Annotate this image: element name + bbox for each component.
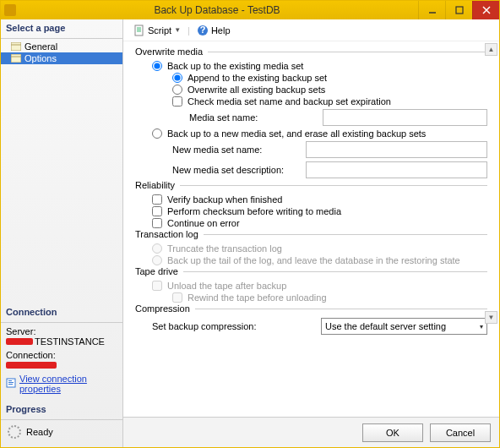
- overwrite-all-label: Overwrite all existing backup sets: [188, 85, 325, 95]
- dropdown-icon: ▾: [480, 323, 483, 331]
- close-button[interactable]: [472, 1, 499, 19]
- right-panel: Script ▼ | ? Help Overwrite media Back u…: [123, 19, 499, 447]
- view-connection-properties-link[interactable]: View connection properties: [19, 374, 117, 394]
- page-options-label: Options: [24, 53, 57, 63]
- server-label: Server:: [6, 326, 117, 336]
- progress-header: Progress: [1, 401, 122, 418]
- compression-legend: Compression: [135, 303, 190, 314]
- verify-checkbox[interactable]: [152, 194, 162, 205]
- verify-label: Verify backup when finished: [167, 194, 282, 205]
- select-page-header: Select a page: [1, 19, 122, 36]
- connection-header: Connection: [1, 303, 122, 320]
- left-panel: Select a page General Options Connection…: [1, 19, 123, 447]
- checksum-checkbox[interactable]: [152, 206, 162, 216]
- existing-media-radio[interactable]: [152, 61, 162, 71]
- overwrite-all-radio[interactable]: [172, 85, 182, 95]
- server-redaction: [6, 338, 33, 345]
- help-icon: ?: [197, 25, 209, 36]
- tlog-legend: Transaction log: [135, 229, 198, 239]
- progress-spinner-icon: [8, 425, 21, 439]
- new-media-label: Back up to a new media set, and erase al…: [167, 128, 426, 139]
- page-icon: [11, 42, 21, 51]
- maximize-button[interactable]: [445, 1, 472, 19]
- server-value: TESTINSTANCE: [35, 336, 105, 347]
- media-set-name-label: Media set name:: [189, 112, 316, 123]
- dialog-footer: OK Cancel: [123, 417, 499, 447]
- compression-label: Set backup compression:: [152, 321, 304, 331]
- truncate-radio: [152, 243, 162, 254]
- app-icon: [4, 4, 16, 16]
- tail-radio: [152, 255, 162, 265]
- script-icon: [133, 25, 145, 36]
- new-media-desc-input[interactable]: [306, 161, 487, 178]
- truncate-label: Truncate the transaction log: [167, 243, 282, 254]
- svg-text:?: ?: [200, 25, 206, 35]
- svg-rect-1: [456, 7, 463, 14]
- svg-rect-10: [8, 382, 14, 383]
- dialog-window: Back Up Database - TestDB Select a page …: [0, 0, 500, 448]
- cancel-button[interactable]: Cancel: [430, 423, 491, 442]
- script-dropdown-icon[interactable]: ▼: [174, 26, 181, 34]
- svg-rect-4: [11, 42, 21, 51]
- check-media-label: Check media set name and backup set expi…: [188, 96, 391, 107]
- ok-button[interactable]: OK: [362, 423, 423, 442]
- page-general-label: General: [24, 41, 57, 52]
- new-media-name-label: New media set name:: [172, 145, 299, 155]
- existing-media-label: Back up to the existing media set: [167, 61, 303, 71]
- continue-checkbox[interactable]: [152, 218, 162, 228]
- toolbar: Script ▼ | ? Help: [123, 19, 499, 41]
- append-label: Append to the existing backup set: [188, 73, 327, 83]
- svg-rect-9: [8, 380, 12, 381]
- append-radio[interactable]: [172, 73, 182, 83]
- connection-redaction: [6, 362, 57, 369]
- minimize-button[interactable]: [418, 1, 445, 19]
- unload-label: Unload the tape after backup: [167, 281, 286, 291]
- page-options[interactable]: Options: [1, 52, 122, 64]
- scroll-down-button[interactable]: ▼: [485, 311, 497, 324]
- page-general[interactable]: General: [1, 41, 122, 52]
- continue-label: Continue on error: [167, 218, 240, 228]
- media-set-name-input[interactable]: [323, 109, 487, 126]
- new-media-name-input[interactable]: [306, 141, 487, 158]
- checksum-label: Perform checksum before writing to media: [167, 206, 341, 216]
- reliability-legend: Reliability: [135, 180, 175, 190]
- new-media-desc-label: New media set description:: [172, 165, 299, 175]
- script-button[interactable]: Script ▼: [130, 23, 184, 38]
- overwrite-media-legend: Overwrite media: [135, 46, 203, 57]
- svg-rect-6: [11, 54, 21, 63]
- page-icon: [11, 54, 21, 63]
- help-button[interactable]: ? Help: [193, 23, 234, 38]
- tape-legend: Tape drive: [135, 266, 178, 276]
- compression-value: Use the default server setting: [325, 321, 446, 331]
- window-title: Back Up Database - TestDB: [16, 4, 418, 16]
- scroll-up-button[interactable]: ▲: [485, 43, 497, 56]
- progress-status: Ready: [26, 427, 53, 437]
- titlebar[interactable]: Back Up Database - TestDB: [1, 1, 499, 19]
- check-media-checkbox[interactable]: [172, 96, 182, 107]
- unload-checkbox: [152, 281, 162, 291]
- connection-label: Connection:: [6, 350, 117, 360]
- new-media-radio[interactable]: [152, 128, 162, 139]
- compression-select[interactable]: Use the default server setting ▾: [321, 318, 487, 335]
- properties-icon: [6, 378, 16, 390]
- rewind-label: Rewind the tape before unloading: [188, 292, 327, 303]
- rewind-checkbox: [172, 292, 182, 303]
- svg-rect-12: [135, 25, 143, 36]
- svg-rect-11: [8, 384, 13, 385]
- tail-label: Back up the tail of the log, and leave t…: [167, 255, 460, 265]
